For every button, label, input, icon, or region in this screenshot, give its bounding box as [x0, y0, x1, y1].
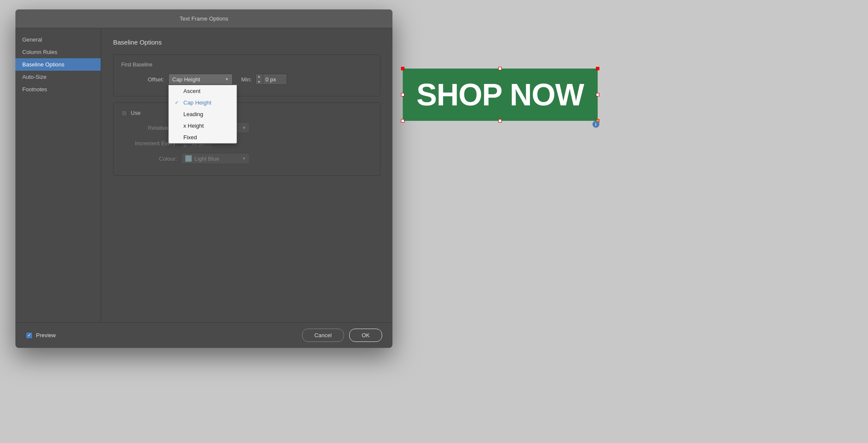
offset-label: Offset: — [121, 76, 168, 83]
footer-buttons: Cancel OK — [302, 329, 382, 342]
colour-value-label: Light Blue — [195, 156, 239, 162]
spinner-down-btn[interactable]: ▼ — [256, 79, 263, 85]
shop-now-box[interactable]: i SHOP NOW — [403, 69, 598, 121]
handle-mid-top[interactable] — [498, 67, 502, 70]
use-grid-checkbox[interactable] — [121, 110, 127, 116]
dropdown-item-cap-height[interactable]: ✓ Cap Height — [169, 97, 236, 108]
preview-section: Preview — [26, 332, 56, 339]
relative-to-row: Relative To: Top Inset ▼ — [121, 122, 372, 133]
handle-mid-bottom[interactable] — [498, 119, 502, 123]
use-grid-row: Use id — [121, 110, 372, 116]
dropdown-label-cap-height: Cap Height — [183, 99, 211, 106]
colour-dropdown-arrow-icon: ▼ — [242, 156, 246, 161]
offset-selected-value: Cap Height — [172, 76, 200, 83]
offset-dropdown-trigger[interactable]: Cap Height ▼ — [168, 74, 233, 85]
dropdown-item-fixed[interactable]: Fixed — [169, 132, 236, 143]
dropdown-label-leading: Leading — [183, 111, 203, 117]
canvas-area: i SHOP NOW — [403, 69, 630, 163]
handle-mid-left[interactable] — [401, 93, 404, 96]
handle-bottom-left[interactable] — [401, 119, 404, 123]
min-input[interactable] — [263, 76, 287, 83]
min-label: Min: — [241, 76, 252, 83]
first-baseline-title: First Baseline — [121, 62, 372, 68]
colour-picker-button[interactable]: Light Blue ▼ — [181, 153, 250, 164]
shop-now-frame: i SHOP NOW — [403, 69, 598, 121]
dropdown-label-ascent: Ascent — [183, 88, 201, 94]
sidebar-item-auto-size[interactable]: Auto-Size — [15, 71, 101, 83]
section-title: Baseline Options — [113, 39, 380, 46]
spinner-up-btn[interactable]: ▲ — [256, 74, 263, 79]
sidebar-item-baseline-options[interactable]: Baseline Options — [15, 58, 101, 71]
text-frame-options-dialog: Text Frame Options General Column Rules … — [15, 9, 392, 348]
dialog-title: Text Frame Options — [180, 15, 228, 22]
handle-mid-right[interactable] — [596, 93, 599, 96]
relative-to-arrow-icon: ▼ — [242, 126, 246, 130]
dropdown-label-x-height: x Height — [183, 123, 204, 129]
colour-swatch — [185, 155, 192, 162]
preview-checkbox[interactable] — [26, 332, 33, 339]
sidebar: General Column Rules Baseline Options Au… — [15, 28, 101, 322]
spinner-buttons: ▲ ▼ — [256, 74, 263, 85]
dialog-body: General Column Rules Baseline Options Au… — [15, 28, 392, 322]
checkmark-cap-height: ✓ — [175, 100, 180, 105]
dropdown-item-leading[interactable]: Leading — [169, 108, 236, 120]
shop-now-text: SHOP NOW — [416, 77, 584, 112]
offset-row: Offset: Cap Height ▼ Ascent — [121, 74, 372, 85]
increment-every-row: Increment Every: ▲ ▼ — [121, 138, 372, 149]
increment-down-btn[interactable]: ▼ — [182, 143, 189, 149]
sidebar-item-general[interactable]: General — [15, 33, 101, 46]
dropdown-item-ascent[interactable]: Ascent — [169, 85, 236, 97]
ok-button[interactable]: OK — [349, 329, 382, 342]
min-group: Min: ▲ ▼ — [241, 74, 287, 85]
handle-top-left[interactable] — [401, 67, 404, 70]
main-content: Baseline Options First Baseline Offset: … — [101, 28, 392, 322]
dialog-titlebar: Text Frame Options — [15, 9, 392, 28]
sidebar-item-footnotes[interactable]: Footnotes — [15, 83, 101, 96]
colour-row: Colour: Light Blue ▼ — [121, 153, 372, 164]
baseline-grid-section: Use id Relative To: Top Inset ▼ — [113, 102, 380, 176]
colour-label: Colour: — [121, 156, 181, 162]
dropdown-label-fixed: Fixed — [183, 134, 197, 141]
dropdown-item-x-height[interactable]: x Height — [169, 120, 236, 132]
offset-dropdown-container: Cap Height ▼ Ascent ✓ Cap Height — [168, 74, 233, 85]
preview-label: Preview — [36, 332, 56, 338]
info-icon[interactable]: i — [593, 121, 599, 128]
handle-top-right[interactable] — [596, 67, 599, 70]
first-baseline-section: First Baseline Offset: Cap Height ▼ — [113, 54, 380, 96]
sidebar-item-column-rules[interactable]: Column Rules — [15, 46, 101, 58]
cancel-button[interactable]: Cancel — [302, 329, 344, 342]
baseline-grid-title: Use id — [121, 110, 372, 116]
min-spinner: ▲ ▼ — [255, 74, 287, 85]
dialog-footer: Preview Cancel OK — [15, 322, 392, 348]
offset-dropdown-arrow-icon: ▼ — [225, 77, 229, 81]
offset-dropdown-menu: Ascent ✓ Cap Height Leading — [168, 85, 237, 144]
